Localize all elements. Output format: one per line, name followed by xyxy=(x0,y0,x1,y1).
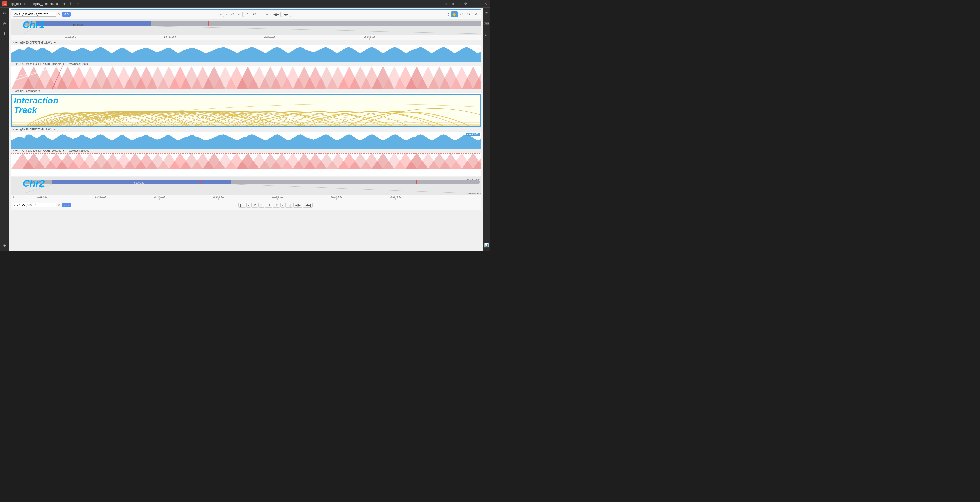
longrange-label: arc_link_longrange xyxy=(15,90,37,92)
right-icon-window[interactable]: ⬚ xyxy=(483,30,490,37)
lower-nav-plus2[interactable]: +2 xyxy=(273,202,280,208)
upper-nav-plus2[interactable]: +2 xyxy=(251,12,258,17)
svg-text:15,625,000: 15,625,000 xyxy=(95,196,107,198)
upper-hand-btn[interactable]: ✋ xyxy=(451,11,458,18)
main-content: ✕ GO |← ‹ -2 -1 +1 +2 › →| ◀|▶ |◀▶| xyxy=(9,8,483,251)
svg-rect-122 xyxy=(416,180,417,184)
chr2-ruler-svg: 0 7,812,500 15,625,000 23,437,500 31,250… xyxy=(11,195,481,201)
svg-rect-1 xyxy=(36,21,151,26)
bigwig2-close[interactable]: ✕ xyxy=(12,128,14,131)
svg-text:39,062,500: 39,062,500 xyxy=(272,196,283,198)
svg-text:15,625,000: 15,625,000 xyxy=(64,36,76,38)
right-icon-keyboard[interactable]: ⌨ xyxy=(483,20,490,27)
app-logo: G xyxy=(2,1,7,6)
hic2-close[interactable]: ✕ xyxy=(12,149,14,152)
window-desktop-btn[interactable]: ⬚ xyxy=(457,2,461,6)
upper-redo-btn[interactable]: ↻ xyxy=(465,11,472,18)
window-monitor-btn[interactable]: 🖥 xyxy=(450,2,455,6)
svg-text:23,437,500: 23,437,500 xyxy=(154,196,165,198)
upper-nav-minus2[interactable]: -2 xyxy=(230,12,236,17)
bigwig1-dropdown[interactable]: ▼ xyxy=(54,41,56,44)
lower-nav-fit-right[interactable]: |◀▶| xyxy=(303,202,313,208)
bigwig2-eye-icon[interactable]: 👁 xyxy=(15,128,18,131)
hic2-track xyxy=(11,153,481,176)
upper-nav-last[interactable]: →| xyxy=(264,12,271,17)
upper-coord-clear[interactable]: ✕ xyxy=(57,12,61,16)
sidebar-search-icon[interactable]: ⊙ xyxy=(1,20,8,27)
chr1-ruler-svg: 15,625,000 23,437,500 31,250,000 39,062,… xyxy=(11,35,481,40)
hic1-close[interactable]: ✕ xyxy=(12,62,14,65)
lower-nav-fit-left[interactable]: ◀|▶ xyxy=(293,202,302,208)
svg-text:39,062,500: 39,062,500 xyxy=(364,36,375,38)
upper-go-button[interactable]: GO xyxy=(62,12,71,17)
lower-nav-first[interactable]: |← xyxy=(239,202,246,208)
info-button[interactable]: ℹ xyxy=(68,2,73,6)
svg-text:36.5Mbp: 36.5Mbp xyxy=(73,23,83,26)
lower-coord-clear[interactable]: ✕ xyxy=(57,203,61,207)
upper-nav-plus1[interactable]: +1 xyxy=(243,12,250,17)
hic1-dropdown[interactable]: ▼ xyxy=(62,62,65,65)
share-button[interactable]: ⤷ xyxy=(76,2,80,6)
sidebar-bottom-icon[interactable]: ⊕ xyxy=(1,242,8,249)
bigwig2-dropdown[interactable]: ▼ xyxy=(54,128,56,131)
svg-line-7 xyxy=(151,26,481,34)
hic1-eye-icon[interactable]: 👁 xyxy=(15,62,18,65)
right-icon-menu[interactable]: ≡ xyxy=(483,10,490,17)
sidebar-download-icon[interactable]: ⬇ xyxy=(1,30,8,37)
longrange-close[interactable]: ✕ xyxy=(12,90,14,92)
upper-nav-minus1[interactable]: -1 xyxy=(237,12,243,17)
window-close-btn[interactable]: ✕ xyxy=(484,2,488,6)
right-panel: ≡ ⌨ ⬚ 📊 xyxy=(483,8,490,251)
bigwig1-svg: 0.5 0 xyxy=(11,45,481,62)
bigwig2-label-row: ✕ 👁 hg19_ENCFF737BYK.bigWig ▼ xyxy=(11,127,481,132)
lower-nav-minus1[interactable]: -1 xyxy=(258,202,265,208)
upper-nav-fit-right[interactable]: |◀▶| xyxy=(281,12,291,17)
lower-nav-controls: |← ‹ -2 -1 +1 +2 › →| ◀|▶ |◀▶| xyxy=(239,202,313,208)
upper-nav-prev[interactable]: ‹ xyxy=(224,12,229,17)
lower-nav-minus2[interactable]: -2 xyxy=(251,202,258,208)
bigwig2-label: hg19_ENCFF737BYK.bigWig xyxy=(19,128,52,131)
upper-select-btn[interactable]: ⬚ xyxy=(444,11,450,18)
chr2-ruler: 0 7,812,500 15,625,000 23,437,500 31,250… xyxy=(11,195,481,201)
upper-share-btn[interactable]: ↗ xyxy=(473,11,479,18)
lower-nav-next[interactable]: › xyxy=(280,202,285,208)
project-label[interactable]: sgs_test xyxy=(10,2,21,6)
window-layout-btn[interactable]: ⊞ xyxy=(444,2,448,6)
svg-line-127 xyxy=(231,184,472,193)
lower-nav-last[interactable]: →| xyxy=(285,202,293,208)
titlebar: G sgs_test ▶ P hg19_genome.fasta ▼ ℹ ⤷ ⊞… xyxy=(0,0,490,8)
bigwig1-close[interactable]: ✕ xyxy=(12,41,14,44)
upper-undo-btn[interactable]: ↺ xyxy=(458,11,465,18)
lower-nav-plus1[interactable]: +1 xyxy=(265,202,272,208)
lower-go-button[interactable]: GO xyxy=(62,203,71,207)
svg-text:46,875,000: 46,875,000 xyxy=(331,196,342,198)
upper-nav-first[interactable]: |← xyxy=(216,12,224,17)
upper-list-btn[interactable]: ≡ xyxy=(437,11,444,18)
upper-nav-fit-left[interactable]: ◀|▶ xyxy=(272,12,281,17)
window-settings-btn[interactable]: ⚙ xyxy=(463,2,468,6)
right-icon-data[interactable]: 📊 xyxy=(483,242,490,249)
interaction-label: InteractionTrack xyxy=(14,96,58,115)
svg-text:31,250,000: 31,250,000 xyxy=(264,36,275,38)
svg-text:140,965,150: 140,965,150 xyxy=(467,178,480,180)
upper-nav-next[interactable]: › xyxy=(259,12,263,17)
sidebar-star-icon[interactable]: ☆ xyxy=(1,40,8,48)
longrange-dropdown[interactable]: ▼ xyxy=(38,90,41,92)
lower-nav-prev[interactable]: ‹ xyxy=(246,202,251,208)
window-maximize-btn[interactable]: ⊡ xyxy=(477,2,481,6)
sidebar-history-icon[interactable]: ↺ xyxy=(1,10,8,17)
upper-coord-input[interactable] xyxy=(13,12,56,17)
chr1-bar-svg: 36.5Mbp 59,054,701 25098bp/pixel xyxy=(11,19,481,35)
file-name[interactable]: hg19_genome.fasta xyxy=(33,2,60,6)
svg-text:31,250,000: 31,250,000 xyxy=(213,196,224,198)
hic2-dropdown[interactable]: ▼ xyxy=(62,149,65,152)
window-minimize-btn[interactable]: − xyxy=(470,2,475,6)
chr1-ruler: 15,625,000 23,437,500 31,250,000 39,062,… xyxy=(11,35,481,40)
hic2-eye-icon[interactable]: 👁 xyxy=(15,149,18,152)
svg-text:23,437,500: 23,437,500 xyxy=(164,36,176,38)
bigwig1-track: 0.5 0 xyxy=(11,45,481,62)
lower-coord-input[interactable] xyxy=(13,203,56,207)
file-dropdown-icon[interactable]: ▼ xyxy=(63,2,66,6)
svg-text:40846bp/pixel: 40846bp/pixel xyxy=(467,192,481,195)
bigwig1-eye-icon[interactable]: 👁 xyxy=(15,41,18,44)
